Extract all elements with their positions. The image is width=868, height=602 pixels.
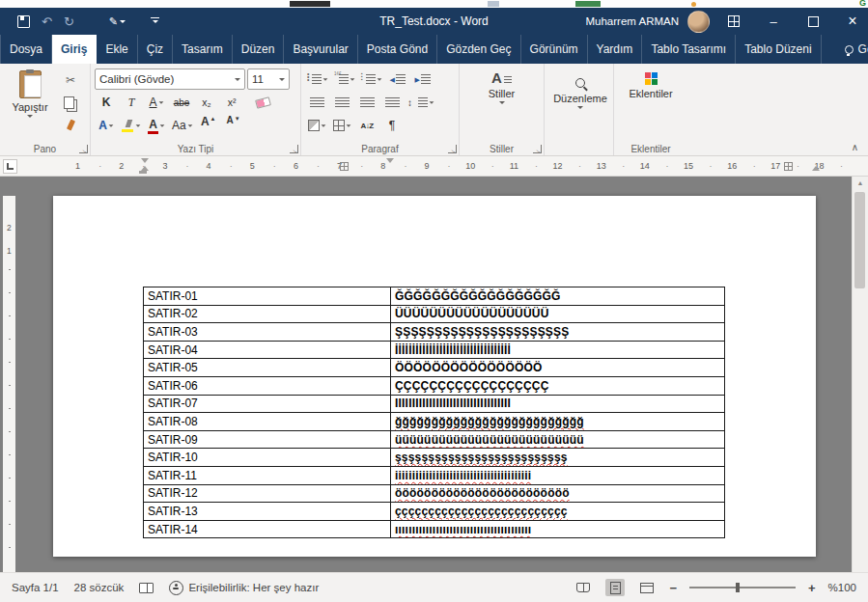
- align-left-button[interactable]: [305, 92, 328, 113]
- page-indicator[interactable]: Sayfa 1/1: [12, 582, 59, 593]
- zoom-slider[interactable]: [689, 587, 796, 588]
- row-label-cell[interactable]: SATIR-11: [144, 466, 391, 484]
- first-line-indent-marker[interactable]: [141, 158, 149, 163]
- line-spacing-button[interactable]: ↕: [406, 92, 436, 113]
- show-button[interactable]: Göster: [837, 35, 868, 64]
- bold-button[interactable]: K: [95, 92, 118, 113]
- collapse-ribbon-button[interactable]: ∧: [852, 142, 858, 152]
- grow-font-button[interactable]: A▲: [197, 115, 220, 136]
- row-label-cell[interactable]: SATIR-14: [144, 520, 391, 538]
- customize-qat-button[interactable]: [151, 19, 159, 23]
- close-button[interactable]: ×: [837, 8, 868, 35]
- tab-dosya[interactable]: Dosya: [0, 35, 52, 64]
- dialog-launcher-icon[interactable]: [79, 145, 88, 153]
- save-button[interactable]: [17, 15, 30, 28]
- cell-indent-marker[interactable]: [386, 158, 394, 163]
- pen-tool-button[interactable]: ✎: [109, 15, 126, 28]
- tab-posta-gond[interactable]: Posta Gönd: [358, 35, 437, 64]
- italic-button[interactable]: T: [120, 92, 143, 113]
- underline-button[interactable]: A: [145, 92, 168, 113]
- multilevel-list-button[interactable]: [359, 68, 384, 90]
- borders-button[interactable]: [330, 115, 353, 136]
- print-layout-button[interactable]: [605, 579, 625, 596]
- row-value-cell[interactable]: üüüüüüüüüüüüüüüüüüüüüüüüüü: [391, 430, 725, 449]
- horizontal-ruler[interactable]: 1 2 3 4 5 6 7 8 9 10 11 12 13 14 15 16 1…: [0, 156, 868, 177]
- row-label-cell[interactable]: SATIR-05: [144, 359, 391, 377]
- tab-tablo-duzeni[interactable]: Tablo Düzeni: [736, 35, 821, 64]
- undo-button[interactable]: ↶: [42, 15, 52, 28]
- table-column-marker[interactable]: [340, 162, 349, 171]
- tab-gozden-gec[interactable]: Gözden Geç: [437, 35, 520, 64]
- row-value-cell[interactable]: öööööööööööööööööööööööö: [391, 484, 725, 503]
- zoom-slider-thumb[interactable]: [736, 583, 740, 592]
- row-label-cell[interactable]: SATIR-10: [144, 449, 391, 467]
- proofing-status-button[interactable]: [139, 583, 154, 593]
- tab-stop-selector[interactable]: [3, 159, 17, 174]
- row-label-cell[interactable]: SATIR-13: [144, 503, 391, 521]
- align-right-button[interactable]: [355, 92, 378, 113]
- tab-tasarim[interactable]: Tasarım: [173, 35, 233, 64]
- row-label-cell[interactable]: SATIR-09: [144, 430, 391, 449]
- table-column-marker[interactable]: [784, 162, 793, 171]
- editing-button[interactable]: Düzenleme: [548, 73, 612, 109]
- row-value-cell[interactable]: çççççççççççççççççççççççççç: [391, 503, 725, 521]
- copy-button[interactable]: [59, 92, 82, 113]
- shrink-font-button[interactable]: A▼: [222, 115, 245, 136]
- row-label-cell[interactable]: SATIR-03: [144, 323, 391, 342]
- row-label-cell[interactable]: SATIR-07: [144, 395, 391, 413]
- tab-ekle[interactable]: Ekle: [97, 35, 137, 64]
- tab-yardim[interactable]: Yardım: [588, 35, 643, 64]
- word-count[interactable]: 28 sözcük: [74, 582, 125, 593]
- align-center-button[interactable]: [330, 92, 353, 113]
- font-family-select[interactable]: Calibri (Gövde): [95, 68, 245, 90]
- row-label-cell[interactable]: SATIR-01: [144, 287, 391, 306]
- font-size-select[interactable]: 11: [247, 68, 290, 90]
- shading-button[interactable]: [305, 115, 328, 136]
- maximize-button[interactable]: [798, 8, 828, 35]
- tab-giris[interactable]: Giriş: [52, 35, 97, 64]
- row-value-cell[interactable]: ŞŞŞŞŞŞŞŞŞŞŞŞŞŞŞŞŞŞŞŞŞŞ: [391, 323, 725, 342]
- ribbon-display-options-button[interactable]: [718, 8, 749, 35]
- dialog-launcher-icon[interactable]: [290, 145, 298, 153]
- strikethrough-button[interactable]: abe: [170, 92, 193, 113]
- row-label-cell[interactable]: SATIR-12: [144, 484, 391, 503]
- row-label-cell[interactable]: SATIR-08: [144, 413, 391, 431]
- dialog-launcher-icon[interactable]: [448, 145, 457, 153]
- minimize-button[interactable]: –: [758, 8, 789, 35]
- row-value-cell[interactable]: ÖÖÖÖÖÖÖÖÖÖÖÖÖÖÖÖ: [391, 359, 725, 377]
- web-layout-button[interactable]: [637, 579, 657, 596]
- zoom-in-button[interactable]: +: [808, 581, 816, 595]
- row-value-cell[interactable]: iiiiiiiiiiiiiiiiiiiiiiiiiiiiiiiiiiiiiiii: [391, 466, 725, 484]
- row-value-cell[interactable]: İİİİİİİİİİİİİİİİİİİİİİİİİİİİİİİİİİ: [391, 341, 725, 359]
- show-paragraph-marks-button[interactable]: ¶: [380, 115, 404, 136]
- subscript-button[interactable]: x₂: [195, 92, 218, 113]
- tab-ciz[interactable]: Çiz: [138, 35, 173, 64]
- superscript-button[interactable]: x²: [220, 92, 243, 113]
- row-value-cell[interactable]: ğğğğğğğğğğğğğğğğğğğğğğğğğğ: [391, 413, 725, 431]
- cut-button[interactable]: ✂: [59, 69, 82, 91]
- scrollbar-up-icon[interactable]: ▲: [853, 177, 868, 186]
- row-value-cell[interactable]: ÜÜÜÜÜÜÜÜÜÜÜÜÜÜÜÜÜÜ: [391, 305, 725, 323]
- justify-button[interactable]: [380, 92, 404, 113]
- tab-duzen[interactable]: Düzen: [233, 35, 285, 64]
- row-value-cell[interactable]: ÇÇÇÇÇÇÇÇÇÇÇÇÇÇÇÇÇÇ: [391, 376, 725, 395]
- tab-tablo-tasarimi[interactable]: Tablo Tasarımı: [642, 35, 736, 64]
- change-case-button[interactable]: Aa: [170, 115, 195, 136]
- left-indent-marker[interactable]: [139, 171, 147, 174]
- sort-button[interactable]: A↓Z: [355, 115, 378, 136]
- font-color-button[interactable]: A: [145, 115, 168, 136]
- accessibility-status[interactable]: Erişilebilirlik: Her şey hazır: [169, 581, 319, 595]
- user-name[interactable]: Muharrem ARMAN: [586, 15, 680, 27]
- redo-button[interactable]: ↻: [64, 15, 74, 28]
- text-effects-button[interactable]: A: [95, 115, 118, 136]
- highlight-color-button[interactable]: [120, 115, 143, 136]
- addins-button[interactable]: Eklentiler: [618, 69, 684, 99]
- paste-button[interactable]: Yapıştır: [4, 68, 56, 135]
- row-label-cell[interactable]: SATIR-06: [144, 376, 391, 395]
- increase-indent-button[interactable]: ▶: [411, 68, 434, 90]
- row-value-cell[interactable]: şşşşşşşşşşşşşşşşşşşşşşşşşş: [391, 449, 725, 467]
- format-painter-button[interactable]: [59, 114, 82, 135]
- decrease-indent-button[interactable]: ◀: [386, 68, 409, 90]
- vertical-scrollbar[interactable]: ▲: [852, 177, 868, 572]
- document-page[interactable]: SATIR-01ĞĞĞĞĞĞĞĞĞĞĞĞĞĞĞĞĞĞ SATIR-02ÜÜÜÜÜ…: [53, 196, 816, 557]
